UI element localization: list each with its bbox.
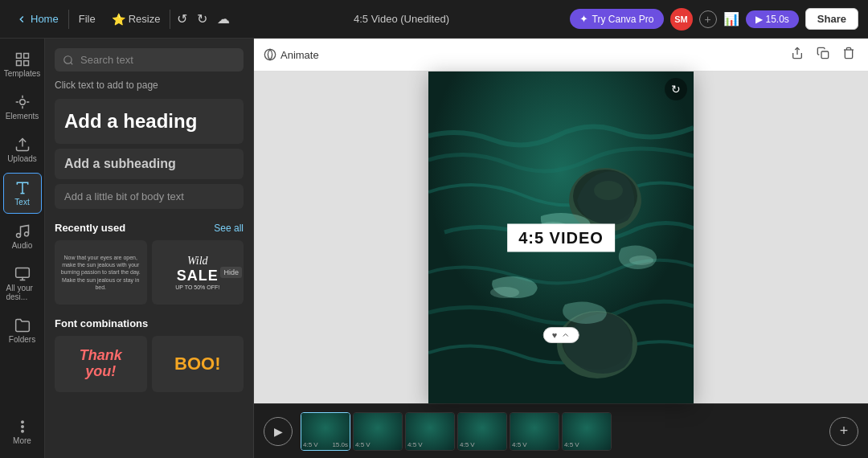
svg-point-11 (21, 421, 23, 423)
divider2 (170, 10, 170, 29)
sidebar-item-more[interactable]: More (3, 412, 42, 452)
topbar-center: 4:5 Video (Unedited) (240, 13, 563, 25)
heart-icon: ♥ (552, 330, 558, 340)
font-combinations-title: Font combinations (55, 317, 148, 329)
svg-point-12 (21, 426, 23, 428)
share-canvas-button[interactable] (788, 43, 807, 66)
sidebar-item-templates[interactable]: Templates (3, 45, 42, 84)
frame-4-label: 4:5 V (460, 441, 475, 448)
sidebar-item-audio[interactable]: Audio (3, 217, 42, 256)
sidebar-item-all-designs[interactable]: All your desi... (3, 260, 42, 308)
timeline-frame-6[interactable]: 4:5 V (562, 412, 612, 451)
copy-icon (817, 47, 829, 59)
trash-icon (842, 47, 855, 59)
sidebar-item-audio-label: Audio (12, 241, 33, 250)
designs-icon (14, 266, 31, 282)
redo-icon[interactable]: ↻ (194, 8, 211, 30)
music-icon (14, 223, 31, 239)
svg-point-8 (16, 234, 20, 238)
recently-used-section-header: Recently used See all (55, 222, 244, 234)
chevron-left-icon (16, 14, 27, 25)
add-page-button[interactable]: + (829, 417, 858, 446)
text-icon (14, 180, 31, 196)
hide-panel-button[interactable]: ♥ (543, 327, 579, 343)
recently-used-grid: Now that your eyes are open, make the su… (55, 240, 244, 305)
font-comb-thank-you[interactable]: Thankyou! (55, 336, 147, 392)
timeline-frame-1[interactable]: 4:5 V 15.0s (301, 412, 350, 451)
sidebar-item-folders[interactable]: Folders (3, 311, 42, 350)
recent-item-2[interactable]: Wild SALE UP TO 50% OFF! Hide (152, 240, 244, 305)
wild-sale-container: Wild SALE UP TO 50% OFF! (175, 255, 219, 290)
sidebar-icons: Templates Elements Uploads Text Audio Al… (0, 39, 45, 458)
save-icon[interactable]: ☁ (214, 8, 233, 30)
animate-button[interactable]: Animate (264, 48, 319, 61)
home-label: Home (31, 13, 59, 25)
sidebar-item-uploads[interactable]: Uploads (3, 130, 42, 170)
svg-rect-1 (23, 54, 28, 59)
add-collaborator-button[interactable]: + (699, 10, 717, 28)
sidebar-item-elements-label: Elements (6, 112, 39, 121)
avatar: SM (670, 8, 693, 31)
canvas-toolbar: Animate (254, 39, 868, 72)
canvas-viewport[interactable]: 4:5 VIDEO ↻ ♥ (254, 72, 868, 403)
text-templates: Add a heading Add a subheading Add a lit… (55, 99, 244, 209)
timeline-frame-5[interactable]: 4:5 V (510, 412, 559, 451)
search-box[interactable] (55, 48, 244, 72)
animate-label: Animate (280, 49, 319, 61)
add-subheading-button[interactable]: Add a subheading (55, 149, 244, 179)
copy-canvas-button[interactable] (813, 43, 833, 66)
canvas-area: Animate (254, 39, 868, 458)
svg-rect-2 (16, 61, 21, 66)
play-timeline-icon: ▶ (274, 425, 283, 438)
delete-canvas-button[interactable] (839, 43, 858, 66)
home-button[interactable]: Home (10, 10, 65, 28)
sidebar-item-text-label: Text (14, 198, 29, 207)
try-pro-button[interactable]: ✦ Try Canva Pro (570, 9, 664, 29)
sidebar-item-all-designs-label: All your desi... (6, 284, 39, 301)
svg-point-9 (24, 232, 28, 236)
text-panel: Click text to add to page Add a heading … (45, 39, 254, 458)
svg-point-23 (594, 181, 623, 200)
recently-used-title: Recently used (55, 222, 125, 234)
recent-item-1-text: Now that your eyes are open, make the su… (55, 249, 147, 295)
folder-icon (14, 317, 31, 333)
video-label: 4:5 VIDEO (507, 223, 615, 251)
search-input[interactable] (80, 54, 235, 66)
timeline-frame-3[interactable]: 4:5 V (405, 412, 455, 451)
search-icon (63, 55, 74, 66)
svg-rect-3 (23, 61, 28, 66)
add-heading-button[interactable]: Add a heading (55, 99, 244, 144)
svg-rect-18 (821, 51, 829, 59)
play-icon: ▶ (755, 14, 763, 25)
hide-button[interactable]: Hide (220, 267, 242, 278)
file-button[interactable]: File (72, 10, 102, 28)
add-body-button[interactable]: Add a little bit of body text (55, 184, 244, 209)
upload-icon (14, 137, 31, 153)
see-all-button[interactable]: See all (214, 223, 244, 234)
canvas-toolbar-right (788, 43, 858, 66)
sidebar-item-uploads-label: Uploads (7, 154, 37, 163)
svg-rect-10 (15, 268, 29, 278)
sidebar-item-elements[interactable]: Elements (3, 88, 42, 127)
recent-item-1[interactable]: Now that your eyes are open, make the su… (55, 240, 147, 305)
frame-2-label: 4:5 V (355, 441, 371, 448)
play-button[interactable]: ▶ 15.0s (746, 10, 799, 28)
play-timeline-button[interactable]: ▶ (264, 417, 293, 446)
frame-5-label: 4:5 V (512, 441, 527, 448)
svg-point-27 (629, 256, 653, 265)
font-comb-boo[interactable]: BOO! (152, 336, 244, 392)
sidebar-item-text[interactable]: Text (3, 173, 42, 214)
canvas-frame: 4:5 VIDEO ↻ (428, 72, 694, 403)
animate-icon (264, 48, 276, 61)
resize-button[interactable]: ⭐ Resize (105, 10, 167, 29)
topbar-left: Home File ⭐ Resize ↺ ↻ ☁ (10, 8, 233, 30)
sale-text: SALE (175, 268, 219, 284)
frame-1-duration: 15.0s (332, 441, 348, 448)
grid-icon (14, 51, 31, 67)
timeline-frame-2[interactable]: 4:5 V (353, 412, 403, 451)
timeline-frame-4[interactable]: 4:5 V (457, 412, 507, 451)
share-button[interactable]: Share (805, 8, 858, 30)
undo-icon[interactable]: ↺ (174, 8, 190, 30)
thank-you-text: Thankyou! (80, 348, 122, 380)
stats-icon[interactable]: 📊 (723, 11, 739, 27)
